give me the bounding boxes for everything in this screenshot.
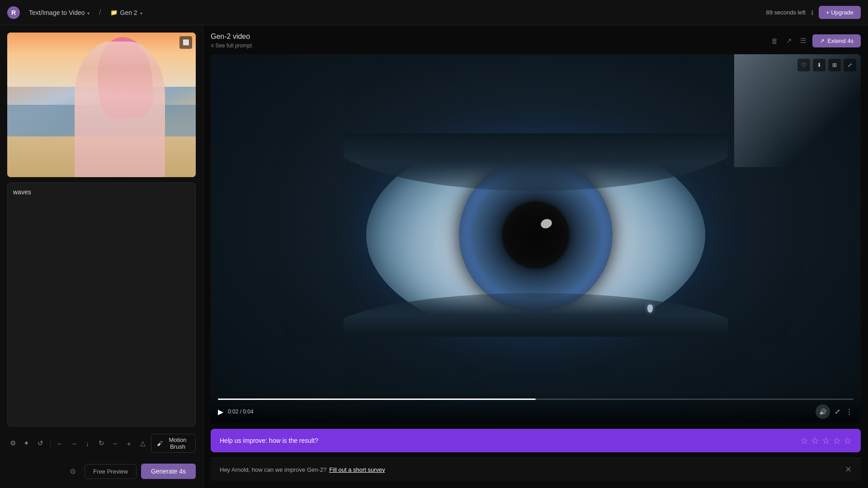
- top-navbar: R Text/Image to Video / 📁 Gen 2 89 secon…: [0, 0, 868, 25]
- extend-icon: ↗: [820, 38, 825, 44]
- video-header-actions: 🗑 ↗ ☰ ↗ Extend 4s: [769, 34, 861, 47]
- rating-stars: ☆ ☆ ☆ ☆ ☆: [800, 435, 852, 446]
- progress-bar[interactable]: [218, 399, 854, 400]
- video-title-section: Gen-2 video ≡ See full prompt: [211, 33, 252, 49]
- triangle-btn[interactable]: △: [137, 436, 148, 450]
- motion-brush-label: Motion Brush: [165, 436, 190, 450]
- video-overlay-icons: ♡ ⬇ ⊞ ⤢: [797, 59, 856, 71]
- survey-close-button[interactable]: ✕: [845, 465, 852, 474]
- nav-left: R Text/Image to Video / 📁 Gen 2: [7, 6, 146, 19]
- chevron-down-icon: [87, 9, 90, 16]
- nav-right: 89 seconds left ℹ + Upgrade: [766, 6, 861, 19]
- corner-overlay-left: [211, 54, 278, 145]
- add-toolbar-btn[interactable]: ✦: [21, 436, 33, 450]
- fullscreen-icon-btn[interactable]: ⤢: [844, 59, 856, 71]
- progress-fill: [218, 399, 536, 400]
- video-header: Gen-2 video ≡ See full prompt 🗑 ↗ ☰ ↗ Ex…: [211, 33, 861, 49]
- video-title: Gen-2 video: [211, 33, 252, 41]
- volume-indicator[interactable]: 🔊: [816, 404, 830, 419]
- tear-drop: [647, 305, 653, 313]
- generate-button[interactable]: Generate 4s: [141, 464, 196, 479]
- settings-toolbar-btn[interactable]: ⚙: [7, 436, 19, 450]
- rating-text: Help us improve: how is the result?: [220, 437, 318, 444]
- info-icon[interactable]: ℹ: [811, 9, 813, 16]
- left-panel: ⬜ waves ⚙ ✦ ↺ ← → ↓ ↻ − + △ 🖌 Motion Bru…: [0, 25, 203, 488]
- refresh-toolbar-btn[interactable]: ↺: [35, 436, 46, 450]
- video-player[interactable]: ♡ ⬇ ⊞ ⤢ ▶ 0:02 / 0:04 🔊 ⤢: [211, 54, 861, 423]
- breadcrumb-separator: /: [99, 8, 101, 17]
- free-preview-button[interactable]: Free Preview: [85, 464, 137, 479]
- main-content: ⬜ waves ⚙ ✦ ↺ ← → ↓ ↻ − + △ 🖌 Motion Bru…: [0, 25, 868, 488]
- extend-label: Extend 4s: [827, 38, 854, 44]
- toolbar-separator: [50, 439, 51, 448]
- folder-icon: 📁: [110, 9, 118, 16]
- controls-row: ▶ 0:02 / 0:04 🔊 ⤢ ⋮: [218, 404, 854, 419]
- timer-display: 89 seconds left: [766, 9, 805, 16]
- app-logo[interactable]: R: [7, 6, 20, 19]
- video-content: ♡ ⬇ ⊞ ⤢ ▶ 0:02 / 0:04 🔊 ⤢: [211, 54, 861, 423]
- bottom-action-bar: ⚙ Free Preview Generate 4s: [7, 460, 196, 481]
- play-button[interactable]: ▶: [218, 408, 223, 416]
- rotate-btn[interactable]: ↻: [96, 436, 107, 450]
- motion-brush-button[interactable]: 🖌 Motion Brush: [151, 434, 196, 453]
- star-4[interactable]: ☆: [833, 435, 841, 446]
- survey-text: Hey Arnold, how can we improve Gen-2?: [220, 466, 326, 473]
- star-3[interactable]: ☆: [822, 435, 830, 446]
- download-icon-btn[interactable]: ⬇: [813, 59, 826, 71]
- eye-pupil: [504, 203, 567, 267]
- grid-icon-btn[interactable]: ⊞: [828, 59, 841, 71]
- eye-highlight: [540, 217, 553, 230]
- share-video-button[interactable]: ↗: [784, 35, 794, 47]
- delete-video-button[interactable]: 🗑: [769, 35, 780, 47]
- star-5[interactable]: ☆: [844, 435, 852, 446]
- survey-banner: Hey Arnold, how can we improve Gen-2? Fi…: [211, 458, 861, 481]
- fullscreen-ctrl-btn[interactable]: ⤢: [834, 407, 841, 417]
- figure-layer: [75, 42, 165, 177]
- nav-mode-dropdown[interactable]: Text/Image to Video: [25, 7, 93, 18]
- brush-icon: 🖌: [157, 440, 163, 447]
- see-full-prompt-link[interactable]: ≡ See full prompt: [211, 42, 252, 49]
- extend-video-button[interactable]: ↗ Extend 4s: [812, 34, 861, 47]
- rating-bar: Help us improve: how is the result? ☆ ☆ …: [211, 429, 861, 452]
- chevron-down-icon: [140, 9, 142, 16]
- image-container: ⬜: [7, 33, 196, 177]
- video-menu-button[interactable]: ☰: [798, 35, 808, 47]
- time-display: 0:02 / 0:04: [228, 408, 254, 415]
- advanced-settings-btn[interactable]: ⚙: [66, 464, 80, 479]
- nav-project-label: Gen 2: [120, 9, 137, 16]
- nav-mode-label: Text/Image to Video: [29, 9, 85, 16]
- move-right-btn[interactable]: →: [68, 436, 80, 450]
- favorite-icon-btn[interactable]: ♡: [797, 59, 810, 71]
- prompt-textarea[interactable]: waves: [13, 188, 190, 421]
- image-action-button[interactable]: ⬜: [179, 36, 192, 49]
- star-1[interactable]: ☆: [800, 435, 808, 446]
- move-left-btn[interactable]: ←: [54, 436, 66, 450]
- zoom-in-btn[interactable]: +: [123, 436, 135, 450]
- eye-outer: [366, 133, 705, 337]
- upgrade-button[interactable]: + Upgrade: [819, 6, 861, 19]
- more-options-btn[interactable]: ⋮: [845, 407, 854, 417]
- survey-link[interactable]: Fill out a short survey: [329, 466, 385, 473]
- zoom-out-btn[interactable]: −: [109, 436, 121, 450]
- source-image[interactable]: [7, 33, 196, 177]
- nav-project-item[interactable]: 📁 Gen 2: [107, 7, 146, 18]
- prompt-area[interactable]: waves: [7, 183, 196, 427]
- right-panel: Gen-2 video ≡ See full prompt 🗑 ↗ ☰ ↗ Ex…: [203, 25, 868, 488]
- toolbar: ⚙ ✦ ↺ ← → ↓ ↻ − + △ 🖌 Motion Brush: [7, 432, 196, 455]
- controls-right: 🔊 ⤢ ⋮: [816, 404, 854, 419]
- move-down-btn[interactable]: ↓: [82, 436, 93, 450]
- video-controls: ▶ 0:02 / 0:04 🔊 ⤢ ⋮: [211, 393, 861, 423]
- star-2[interactable]: ☆: [811, 435, 819, 446]
